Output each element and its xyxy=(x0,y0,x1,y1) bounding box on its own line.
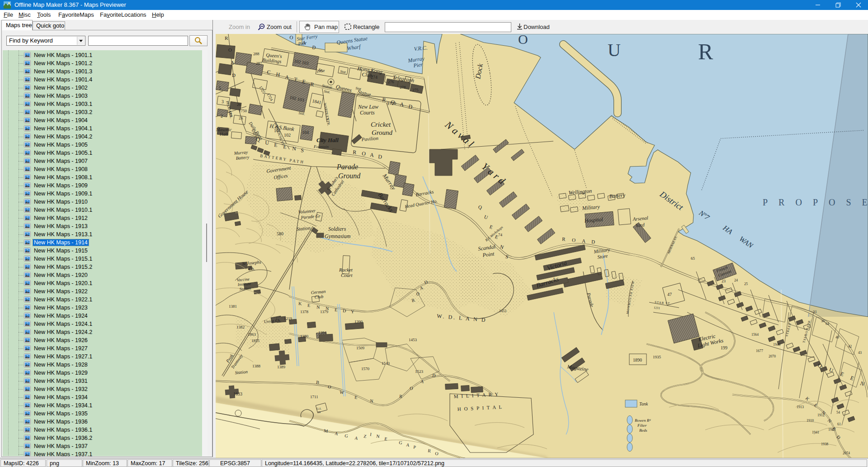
svg-text:2A: 2A xyxy=(239,116,243,120)
svg-text:Parade: Parade xyxy=(336,163,358,171)
svg-text:104: 104 xyxy=(302,130,309,135)
svg-text:N: N xyxy=(370,398,373,404)
svg-text:E: E xyxy=(274,142,278,148)
svg-text:74: 74 xyxy=(498,233,503,237)
svg-text:D: D xyxy=(591,239,595,244)
svg-text:102: 102 xyxy=(284,133,291,138)
svg-text:Racket: Racket xyxy=(339,267,353,272)
svg-text:Court: Court xyxy=(341,272,353,278)
svg-text:288: 288 xyxy=(253,52,259,56)
svg-text:Beds: Beds xyxy=(639,428,647,433)
svg-text:1910: 1910 xyxy=(807,419,814,423)
svg-text:1935: 1935 xyxy=(653,355,661,359)
svg-text:42: 42 xyxy=(848,344,852,348)
svg-text:1863: 1863 xyxy=(248,332,256,337)
svg-text:Y: Y xyxy=(351,309,354,314)
svg-text:54: 54 xyxy=(836,410,840,415)
svg-text:O: O xyxy=(410,386,413,391)
svg-text:E: E xyxy=(354,395,358,400)
svg-text:O: O xyxy=(435,451,439,456)
svg-text:2074: 2074 xyxy=(843,451,850,455)
svg-text:64: 64 xyxy=(826,322,829,326)
svg-text:Fountain: Fountain xyxy=(313,144,329,149)
svg-text:U: U xyxy=(265,139,269,146)
svg-text:City Hall: City Hall xyxy=(316,137,339,143)
svg-text:Bowen Rᵈ: Bowen Rᵈ xyxy=(635,418,651,423)
svg-text:1633: 1633 xyxy=(233,391,242,396)
svg-text:1564: 1564 xyxy=(751,333,759,337)
svg-text:1543: 1543 xyxy=(382,361,390,366)
svg-text:1923: 1923 xyxy=(828,428,835,432)
svg-text:Gymnasium: Gymnasium xyxy=(325,233,351,239)
svg-text:Club: Club xyxy=(314,294,323,300)
svg-text:K: K xyxy=(298,301,302,306)
svg-text:A: A xyxy=(582,238,586,243)
svg-text:E: E xyxy=(335,307,338,312)
svg-text:G: G xyxy=(344,433,349,438)
svg-text:1570: 1570 xyxy=(361,367,370,371)
svg-text:47: 47 xyxy=(667,292,672,297)
svg-text:1381: 1381 xyxy=(229,304,237,309)
svg-text:26: 26 xyxy=(237,103,241,107)
svg-text:580: 580 xyxy=(277,231,283,236)
svg-text:43: 43 xyxy=(858,351,862,355)
svg-text:D: D xyxy=(432,373,436,378)
svg-text:U: U xyxy=(608,40,621,60)
svg-text:New Law: New Law xyxy=(358,104,378,110)
svg-text:276: 276 xyxy=(388,80,394,84)
svg-text:275: 275 xyxy=(412,88,419,92)
svg-text:1890: 1890 xyxy=(633,357,642,362)
svg-text:3: 3 xyxy=(222,99,224,104)
svg-text:1946: 1946 xyxy=(773,343,780,347)
svg-text:61: 61 xyxy=(837,422,841,426)
svg-text:S: S xyxy=(301,147,304,154)
svg-text:2: 2 xyxy=(221,114,223,119)
svg-text:36: 36 xyxy=(821,319,826,323)
svg-text:R: R xyxy=(353,149,357,156)
svg-text:1389: 1389 xyxy=(277,365,286,369)
svg-text:E: E xyxy=(307,303,311,308)
svg-text:1941: 1941 xyxy=(812,430,819,434)
svg-text:Soldiers: Soldiers xyxy=(328,226,346,232)
svg-text:G.L: G.L xyxy=(316,407,321,410)
svg-text:1750: 1750 xyxy=(239,109,247,113)
svg-text:1380: 1380 xyxy=(300,334,309,338)
svg-text:R: R xyxy=(399,394,403,399)
svg-text:1677: 1677 xyxy=(756,349,763,353)
svg-text:W: W xyxy=(340,390,344,395)
svg-text:24: 24 xyxy=(734,278,738,282)
svg-text:O: O xyxy=(362,150,366,157)
svg-text:D: D xyxy=(232,72,236,78)
svg-text:N: N xyxy=(292,145,297,152)
svg-text:25: 25 xyxy=(744,282,748,286)
svg-text:1523: 1523 xyxy=(415,369,424,374)
svg-text:Courts: Courts xyxy=(360,110,375,116)
svg-text:1390: 1390 xyxy=(354,319,363,324)
svg-text:O: O xyxy=(518,34,528,47)
svg-text:1219: 1219 xyxy=(284,316,292,321)
svg-text:40: 40 xyxy=(835,335,839,339)
svg-text:M: M xyxy=(324,428,328,434)
svg-text:Hall: Hall xyxy=(219,132,228,137)
svg-text:Tank: Tank xyxy=(639,401,648,406)
svg-text:PROPOSE: PROPOSE xyxy=(763,197,868,207)
svg-text:A: A xyxy=(231,60,234,65)
svg-text:G: G xyxy=(399,440,403,445)
svg-text:R: R xyxy=(698,39,713,64)
svg-text:V.R.C.: V.R.C. xyxy=(414,44,428,52)
svg-text:O: O xyxy=(228,47,232,52)
svg-text:B: B xyxy=(316,380,320,385)
svg-text:1453: 1453 xyxy=(409,338,417,342)
svg-text:A: A xyxy=(370,152,374,158)
svg-text:N: N xyxy=(316,305,320,310)
svg-text:1912: 1912 xyxy=(817,413,825,417)
svg-text:287: 287 xyxy=(256,61,262,66)
svg-text:1378: 1378 xyxy=(300,310,309,314)
svg-text:1913: 1913 xyxy=(797,405,804,409)
svg-text:D: D xyxy=(343,308,346,313)
svg-text:Ground: Ground xyxy=(338,172,361,180)
svg-text:31: 31 xyxy=(813,310,817,314)
svg-text:O: O xyxy=(572,237,576,243)
svg-text:O: O xyxy=(328,384,331,390)
svg-text:2070: 2070 xyxy=(769,354,776,358)
